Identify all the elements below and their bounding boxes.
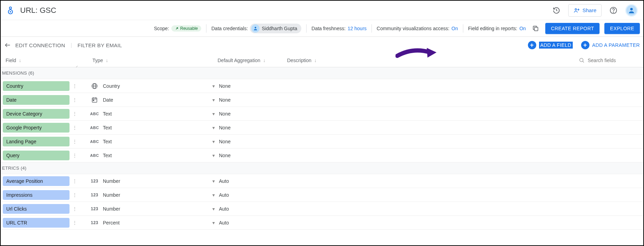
search-fields-box[interactable] [579,57,643,63]
column-header-aggregation[interactable]: Default Aggregation ↓ [218,58,287,63]
aggregation-cell[interactable]: None [219,97,288,103]
divider [372,24,372,33]
chevron-down-icon[interactable]: ▾ [212,153,215,158]
type-label: Country [103,83,120,89]
more-options-icon[interactable]: ⋮ [70,83,80,89]
chevron-down-icon[interactable]: ▾ [212,125,215,130]
type-label: Number [103,192,120,198]
edit-connection-link[interactable]: EDIT CONNECTION [15,42,65,48]
more-options-icon[interactable]: ⋮ [70,192,80,198]
plus-icon: + [528,41,536,49]
aggregation-cell[interactable]: Auto [219,192,288,198]
aggregation-cell[interactable]: None [219,125,288,130]
type-cell[interactable]: ABCText▾ [90,125,219,130]
community-viz-item[interactable]: Community visualizations access: On [377,26,458,31]
type-label: Percent [103,220,120,226]
create-report-button[interactable]: CREATE REPORT [545,23,600,34]
field-chip[interactable]: Google Property [3,123,70,133]
more-options-icon[interactable]: ⋮ [70,111,80,117]
aggregation-cell[interactable]: Auto [219,220,288,226]
type-cell[interactable]: ABCText▾ [90,111,219,117]
svg-line-13 [583,61,584,62]
aggregation-cell[interactable]: None [219,153,288,158]
type-label: Text [103,111,112,117]
field-row: URL CTR⋮123Percent▾Auto [1,216,643,230]
share-button[interactable]: Share [568,4,602,17]
more-options-icon[interactable]: ⋮ [70,139,80,144]
type-cell[interactable]: 123Number▾ [90,192,219,198]
field-row: Impressions⋮123Number▾Auto [1,188,643,202]
divider [306,24,307,33]
field-chip[interactable]: Query [3,151,70,160]
credentials-chip[interactable]: Siddharth Gupta [250,24,301,33]
field-chip[interactable]: Average Position [3,176,70,186]
aggregation-cell[interactable]: None [219,139,288,144]
aggregation-cell[interactable]: None [219,83,288,89]
chevron-down-icon[interactable]: ▾ [212,97,215,103]
field-chip[interactable]: Landing Page [3,137,70,146]
chevron-down-icon[interactable]: ▾ [212,220,215,226]
type-label: Date [103,97,113,103]
column-header-field[interactable]: Field ↓ [6,58,92,63]
scope-chip[interactable]: Reusable [171,25,202,32]
plus-icon: + [581,41,589,49]
metrics-section-header: ETRICS (4) [1,162,643,174]
chevron-down-icon[interactable]: ▾ [212,206,215,212]
copy-icon[interactable] [531,24,540,33]
type-label: Text [103,125,112,130]
aggregation-cell[interactable]: Auto [219,178,288,184]
field-row: Date⋮Date▾None [1,93,643,107]
explore-button[interactable]: EXPLORE [604,23,640,34]
type-label: Text [103,139,112,144]
type-icon [90,83,99,90]
freshness-item[interactable]: Data freshness: 12 hours [311,26,367,31]
sort-arrow-icon: ↓ [263,58,266,63]
type-cell[interactable]: 123Number▾ [90,178,219,184]
aggregation-cell[interactable]: Auto [219,206,288,212]
svg-point-12 [580,58,583,62]
type-cell[interactable]: 123Number▾ [90,206,219,212]
svg-rect-21 [93,100,94,101]
more-options-icon[interactable]: ⋮ [70,97,80,103]
chevron-down-icon[interactable]: ▾ [212,83,215,89]
chevron-down-icon[interactable]: ▾ [212,111,215,117]
column-header-description[interactable]: Description ↓ [287,58,579,63]
type-cell[interactable]: 123Percent▾ [90,220,219,226]
add-field-button[interactable]: + ADD A FIELD [528,41,573,49]
user-avatar[interactable] [625,4,638,17]
field-chip[interactable]: URL CTR [3,218,70,228]
field-chip[interactable]: Impressions [3,190,70,200]
divider [463,24,463,33]
more-options-icon[interactable]: ⋮ [70,153,80,158]
chevron-down-icon[interactable]: ▾ [212,178,215,184]
field-chip[interactable]: Url Clicks [3,204,70,214]
chevron-down-icon[interactable]: ▾ [212,139,215,144]
type-cell[interactable]: ABCText▾ [90,153,219,158]
back-arrow-icon[interactable] [4,42,11,49]
type-cell[interactable]: ABCText▾ [90,139,219,144]
separator: | [71,42,72,48]
field-row: Country⋮Country▾None [1,79,643,93]
more-options-icon[interactable]: ⋮ [70,178,80,184]
svg-rect-10 [535,27,538,31]
column-header-type[interactable]: Type ↓ [92,58,218,63]
field-chip[interactable]: Country [3,81,70,91]
search-input[interactable] [588,58,636,63]
resize-handle-icon[interactable]: ⸝ [76,63,78,68]
type-cell[interactable]: Country▾ [90,83,219,90]
aggregation-cell[interactable]: None [219,111,288,117]
field-row: Url Clicks⋮123Number▾Auto [1,202,643,216]
more-options-icon[interactable]: ⋮ [70,125,80,130]
field-editing-item[interactable]: Field editing in reports: On [468,26,526,31]
add-parameter-button[interactable]: + ADD A PARAMETER [581,41,640,49]
history-icon[interactable] [549,3,563,17]
filter-by-email-link[interactable]: FILTER BY EMAIL [78,42,122,48]
more-options-icon[interactable]: ⋮ [70,206,80,212]
field-chip[interactable]: Date [3,95,70,105]
svg-point-7 [613,12,613,12]
more-options-icon[interactable]: ⋮ [70,220,80,226]
field-chip[interactable]: Device Category [3,109,70,119]
chevron-down-icon[interactable]: ▾ [212,192,215,198]
type-cell[interactable]: Date▾ [90,96,219,103]
help-icon[interactable] [606,3,620,17]
